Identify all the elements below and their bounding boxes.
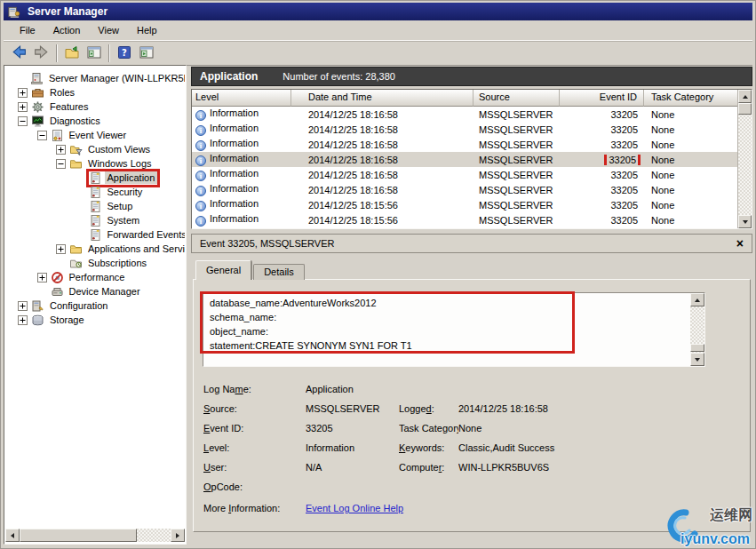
tree-item-application[interactable]: Application <box>5 171 185 185</box>
scroll-down-button[interactable] <box>738 215 752 228</box>
event-row[interactable]: iInformation2014/12/25 18:16:58MSSQLSERV… <box>192 137 737 152</box>
tree-item-roles[interactable]: Roles <box>5 85 185 99</box>
scroll-up-button[interactable] <box>738 90 752 103</box>
tree-item-subscriptions[interactable]: Subscriptions <box>5 256 185 270</box>
event-date: 2014/12/25 18:16:58 <box>291 185 473 195</box>
information-icon: i <box>195 110 206 121</box>
tree-item-performance[interactable]: Performance <box>5 270 185 284</box>
down-arrow-icon <box>695 358 700 364</box>
expand-icon[interactable] <box>56 145 66 155</box>
event-row[interactable]: iInformation2014/12/25 18:15:56MSSQLSERV… <box>192 197 737 212</box>
scrollbar-thumb[interactable] <box>690 344 704 352</box>
tree-item-label: Server Manager (WIN-LLPKR5BUV6 <box>46 72 185 84</box>
field-value: Information <box>306 442 399 453</box>
column-header-event-id[interactable]: Event ID <box>560 90 644 107</box>
expand-icon[interactable] <box>37 273 47 282</box>
tree-item-storage[interactable]: Storage <box>5 313 185 327</box>
event-row[interactable]: iInformation2014/12/25 18:15:56MSSQLSERV… <box>192 212 737 227</box>
scroll-down-button[interactable] <box>690 353 704 366</box>
field-label: Logged: <box>399 403 458 414</box>
tab-general[interactable]: General <box>195 260 251 280</box>
tree-item-event-viewer[interactable]: Event Viewer <box>5 128 185 142</box>
menu-action[interactable]: Action <box>44 22 90 39</box>
field-label: Task Category: <box>399 423 458 434</box>
expand-icon[interactable] <box>18 102 28 112</box>
action-pane-button[interactable] <box>135 43 157 64</box>
tree-item-features[interactable]: Features <box>5 99 185 114</box>
tree-item-server-manager-win-llpkr5buv6[interactable]: Server Manager (WIN-LLPKR5BUV6 <box>5 71 185 85</box>
menu-file[interactable]: File <box>11 22 44 39</box>
collapse-icon[interactable] <box>18 116 28 126</box>
tree-item-device-manager[interactable]: Device Manager <box>5 284 185 298</box>
event-row[interactable]: iInformation2014/12/25 18:16:58MSSQLSERV… <box>192 122 737 137</box>
event-message-box[interactable]: database_name:AdventureWorks2012schema_n… <box>203 292 705 367</box>
event-date: 2014/12/25 18:15:56 <box>291 200 473 211</box>
tree-item-windows-logs[interactable]: Windows Logs <box>5 156 185 171</box>
export-list-button[interactable] <box>60 43 83 64</box>
scroll-left-button[interactable] <box>5 529 20 542</box>
expand-icon[interactable] <box>18 88 28 98</box>
detail-tabs: GeneralDetails <box>195 259 306 280</box>
event-row[interactable]: iInformation2014/12/25 18:16:58MSSQLSERV… <box>192 167 737 182</box>
expand-icon[interactable] <box>18 315 28 325</box>
scrollbar-track[interactable] <box>690 306 704 353</box>
down-arrow-icon <box>743 220 748 227</box>
menu-bar: FileActionViewHelp <box>4 20 752 41</box>
configuration-icon <box>31 299 44 313</box>
tree-item-security[interactable]: Security <box>5 185 185 199</box>
tree-item-setup[interactable]: Setup <box>5 199 185 213</box>
tree-item-system[interactable]: System <box>5 213 185 227</box>
event-row[interactable]: iInformation2014/12/25 18:16:58MSSQLSERV… <box>192 152 737 167</box>
close-icon[interactable]: × <box>736 237 744 250</box>
menu-help[interactable]: Help <box>128 22 166 39</box>
tree-item-custom-views[interactable]: Custom Views <box>5 142 185 156</box>
console-tree-button[interactable] <box>83 43 105 64</box>
column-header-source[interactable]: Source <box>473 90 560 107</box>
message-line: database_name:AdventureWorks2012 <box>210 296 683 310</box>
console-tree: Server Manager (WIN-LLPKR5BUV6RolesFeatu… <box>5 67 185 528</box>
back-button[interactable] <box>8 43 30 64</box>
column-header-task-category[interactable]: Task Category <box>644 90 737 107</box>
message-vertical-scrollbar[interactable] <box>690 293 704 366</box>
column-header-date-and-time[interactable]: Date and Time <box>291 90 473 107</box>
event-log-online-help-link[interactable]: Event Log Online Help <box>306 503 750 513</box>
forward-button[interactable] <box>30 43 52 64</box>
scrollbar-track[interactable] <box>738 103 752 215</box>
scrollbar-thumb[interactable] <box>738 103 752 115</box>
event-task-category: None <box>644 170 737 180</box>
tree-item-configuration[interactable]: Configuration <box>5 298 185 313</box>
expand-icon[interactable] <box>56 244 66 254</box>
information-icon: i <box>195 125 206 136</box>
event-detail-header: Event 33205, MSSQLSERVER × <box>191 234 752 253</box>
field-value: WIN-LLPKR5BUV6S <box>458 462 750 473</box>
right-arrow-icon <box>176 533 182 538</box>
title-bar: Server Manager <box>4 3 752 20</box>
server-manager-window: Server Manager FileActionViewHelp ? Serv… <box>0 0 756 549</box>
collapse-icon[interactable] <box>37 131 47 140</box>
field-row: Level:InformationKeywords:Classic,Audit … <box>194 442 750 462</box>
events-vertical-scrollbar[interactable] <box>737 90 752 228</box>
scrollbar-track[interactable] <box>137 529 171 542</box>
event-detail-title: Event 33205, MSSQLSERVER <box>200 238 334 249</box>
event-id: 33205 <box>610 109 638 120</box>
event-row[interactable]: iInformation2014/12/25 18:16:58MSSQLSERV… <box>192 182 737 197</box>
column-header-level[interactable]: Level <box>192 90 291 107</box>
expand-icon[interactable] <box>18 301 28 311</box>
collapse-icon[interactable] <box>56 159 66 169</box>
help-button[interactable]: ? <box>113 43 135 64</box>
tab-details[interactable]: Details <box>253 264 305 280</box>
field-value: None <box>458 423 750 434</box>
scroll-right-button[interactable] <box>171 529 185 542</box>
tree-item-forwarded-events[interactable]: Forwarded Events <box>5 227 185 242</box>
general-tab-content: database_name:AdventureWorks2012schema_n… <box>193 279 751 532</box>
tree-item-applications-and-servic[interactable]: Applications and Servic <box>5 242 185 256</box>
scroll-up-button[interactable] <box>690 293 704 306</box>
event-row[interactable]: iInformation2014/12/25 18:16:58MSSQLSERV… <box>192 107 737 122</box>
log-icon <box>89 171 102 185</box>
menu-view[interactable]: View <box>89 22 128 39</box>
scrollbar-thumb[interactable] <box>20 529 137 542</box>
tree-item-diagnostics[interactable]: Diagnostics <box>5 114 185 128</box>
event-level: Information <box>210 107 259 118</box>
tree-item-label: Applications and Servic <box>85 243 185 255</box>
tree-horizontal-scrollbar[interactable] <box>5 529 185 543</box>
